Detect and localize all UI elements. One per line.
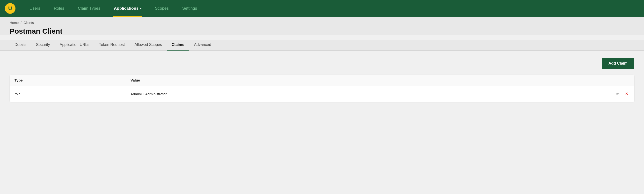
delete-button[interactable]: ✕ — [624, 90, 630, 98]
breadcrumb: Home / Clients — [10, 21, 634, 25]
tab-token-request[interactable]: Token Request — [94, 40, 130, 50]
tab-details[interactable]: Details — [10, 40, 31, 50]
page-title: Postman Client — [10, 27, 634, 35]
action-row: Add Claim — [10, 58, 634, 69]
table-header: Type Value — [10, 75, 634, 86]
tab-claims[interactable]: Claims — [167, 40, 189, 50]
breadcrumb-home[interactable]: Home — [10, 21, 18, 25]
tab-advanced[interactable]: Advanced — [189, 40, 216, 50]
nav-item-roles[interactable]: Roles — [47, 0, 71, 17]
nav-item-scopes[interactable]: Scopes — [148, 0, 176, 17]
breadcrumb-separator: / — [20, 21, 22, 25]
col-value-header: Value — [130, 78, 630, 82]
main-content: Add Claim Type Value roleAdminUI Adminis… — [0, 50, 644, 194]
nav-items: UsersRolesClaim TypesApplications▾Scopes… — [23, 0, 204, 17]
breadcrumb-current: Clients — [24, 21, 34, 25]
tabs-bar: DetailsSecurityApplication URLsToken Req… — [0, 40, 644, 50]
nav-item-settings[interactable]: Settings — [176, 0, 204, 17]
nav-item-claim-types[interactable]: Claim Types — [71, 0, 107, 17]
nav-item-users[interactable]: Users — [23, 0, 47, 17]
edit-icon: ✏ — [616, 91, 620, 96]
table-row: roleAdminUI Administrator✏✕ — [10, 86, 634, 102]
col-type-header: Type — [14, 78, 130, 82]
app-logo[interactable]: U — [5, 3, 16, 14]
nav-item-applications[interactable]: Applications▾ — [107, 0, 148, 17]
cell-value: AdminUI Administrator — [130, 92, 615, 96]
tab-app-urls[interactable]: Application URLs — [55, 40, 94, 50]
cell-actions: ✏✕ — [615, 90, 630, 98]
page-header: Home / Clients Postman Client — [0, 17, 644, 35]
dropdown-arrow-icon: ▾ — [140, 7, 142, 10]
tab-security[interactable]: Security — [31, 40, 55, 50]
edit-button[interactable]: ✏ — [615, 90, 620, 98]
cell-type: role — [14, 92, 130, 96]
claims-table: Type Value roleAdminUI Administrator✏✕ — [10, 75, 634, 102]
add-claim-button[interactable]: Add Claim — [602, 58, 634, 69]
delete-icon: ✕ — [625, 91, 628, 96]
top-nav: U UsersRolesClaim TypesApplications▾Scop… — [0, 0, 644, 17]
table-body: roleAdminUI Administrator✏✕ — [10, 86, 634, 102]
tab-allowed-scopes[interactable]: Allowed Scopes — [130, 40, 167, 50]
